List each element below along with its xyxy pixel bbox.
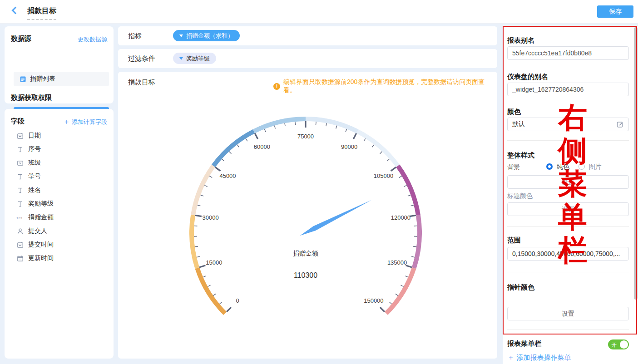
field-item[interactable]: 日期 [5,129,114,143]
datasource-title: 数据源 [11,34,31,43]
field-item[interactable]: 序号 [5,143,114,156]
chart-card: 捐款目标 ! 编辑界面只取数据源前200条作为查询数据预览，完整数据请访问页面查… [118,72,497,359]
report-alias-label: 报表别名 [507,36,534,45]
field-item[interactable]: 姓名 [5,183,114,197]
field-item-label: 班级 [28,159,41,167]
plus-icon: ＋ [507,354,516,361]
field-item[interactable]: 提交时间 [5,238,114,251]
page-title: 捐款目标 [27,6,56,20]
text-icon [16,173,24,180]
field-item-label: 捐赠金额 [28,213,54,221]
svg-text:15000: 15000 [206,259,222,266]
svg-text:60000: 60000 [254,143,270,150]
field-item-label: 日期 [28,132,41,140]
save-button[interactable]: 保存 [597,5,633,18]
field-item-label: 提交时间 [28,241,54,249]
edit-icon[interactable] [617,121,624,128]
datasource-item[interactable]: 捐赠列表 [14,72,109,86]
fields-card: 字段 ＋ 添加计算字段 日期序号班级学号姓名奖励等级123捐赠金额提交人提交时间… [5,109,114,359]
top-bar: 捐款目标 保存 [0,0,638,24]
bg-option-image-label[interactable]: 图片 [589,163,602,170]
bg-option-solid-label[interactable]: 纯色 [557,163,569,170]
field-item[interactable]: 班级 [5,156,114,170]
range-input[interactable] [507,247,629,261]
field-item-label: 更新时间 [28,254,54,262]
divider [507,330,629,330]
svg-text:45000: 45000 [219,172,236,179]
divider [507,226,629,227]
radio-solid-selected[interactable] [546,163,553,170]
text-icon [16,200,24,207]
svg-text:30000: 30000 [203,214,219,221]
field-item-label: 姓名 [28,186,41,194]
caret-down-icon [179,57,183,60]
plus-icon: ＋ [63,118,72,125]
text-icon [16,187,24,194]
radio-image[interactable] [579,163,585,170]
field-item[interactable]: 奖励等级 [5,197,114,211]
menu-bar-label: 报表菜单栏 [507,339,541,348]
calendar-icon [16,241,24,248]
svg-text:75000: 75000 [297,133,314,140]
divider [507,140,629,141]
style-title: 整体样式 [507,151,534,160]
change-datasource-link[interactable]: 更改数据源 [78,35,107,44]
svg-text:105000: 105000 [374,172,393,179]
gauge-chart: 0150003000045000600007500090000105000120… [118,72,497,359]
calendar-icon [16,132,24,139]
svg-text:123: 123 [16,216,22,220]
svg-text:捐赠金额: 捐赠金额 [293,250,318,257]
filter-pill-label: 奖励等级 [186,54,210,63]
permission-title: 数据获取权限 [11,93,52,102]
widget-alias-label: 仪表盘的别名 [507,73,548,81]
field-item[interactable]: 提交人 [5,224,114,238]
field-item-label: 提交人 [28,227,47,235]
background-label: 背景 [507,163,520,172]
report-alias-input[interactable] [507,46,629,60]
color-input[interactable] [507,118,629,131]
text-icon [16,146,24,153]
svg-text:150000: 150000 [364,297,383,304]
menu-bar-toggle[interactable]: 开 [608,339,629,349]
add-report-menu-link[interactable]: ＋ 添加报表操作菜单 [507,353,571,363]
pointer-color-label: 指针颜色 [507,283,534,292]
scrollbar-thumb[interactable] [634,27,638,300]
divider [507,272,629,272]
svg-text:0: 0 [236,297,239,304]
field-item-label: 奖励等级 [28,200,54,208]
filter-row: 过滤条件 奖励等级 [118,49,497,68]
title-color-set-button[interactable]: 设置 [507,202,629,216]
color-label: 颜色 [507,108,521,116]
add-calc-field-link[interactable]: ＋ 添加计算字段 [63,118,107,126]
bg-radio-group: 纯色 图片 [546,163,602,171]
datasource-card: 数据源 更改数据源 捐赠列表 数据获取权限 报表权限 [5,26,114,103]
field-list: 日期序号班级学号姓名奖励等级123捐赠金额提交人提交时间更新时间 [5,129,114,265]
field-item[interactable]: 123捐赠金额 [5,211,114,224]
metric-pill-label: 捐赠金额（求和） [186,32,233,40]
back-icon[interactable] [12,7,20,15]
metric-label: 指标 [128,32,142,40]
svg-text:120000: 120000 [391,214,410,221]
caret-down-icon [179,34,183,37]
toggle-knob [620,340,628,349]
widget-alias-input[interactable] [507,83,629,96]
fields-title: 字段 [11,117,25,126]
toggle-on-label: 开 [611,341,617,349]
person-icon [16,227,24,235]
metric-pill[interactable]: 捐赠金额（求和） [173,30,240,41]
sheet-icon [19,75,26,83]
calendar-icon [16,255,24,262]
svg-text:135000: 135000 [387,259,407,266]
svg-text:110300: 110300 [294,271,317,279]
field-item[interactable]: 更新时间 [5,251,114,265]
field-item-label: 序号 [28,145,41,153]
range-label: 范围 [507,236,521,245]
pointer-color-set-button[interactable]: 设置 [507,307,629,320]
select-icon [16,159,24,167]
filter-pill[interactable]: 奖励等级 [173,53,216,64]
svg-text:90000: 90000 [341,143,357,150]
number-icon: 123 [16,214,24,221]
field-item[interactable]: 学号 [5,170,114,183]
bg-color-set-button[interactable]: 设置 [507,175,629,189]
field-item-label: 学号 [28,172,41,181]
